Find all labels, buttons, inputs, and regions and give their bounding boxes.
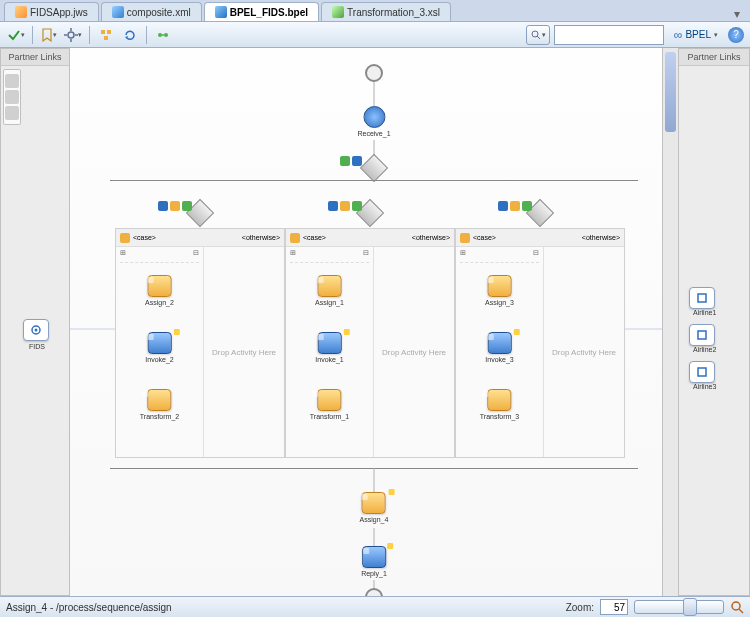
tab-transformation[interactable]: Transformation_3.xsl xyxy=(321,2,451,21)
help-button[interactable]: ? xyxy=(728,27,744,43)
refresh-button[interactable] xyxy=(120,25,140,45)
zoom-fit-icon[interactable] xyxy=(730,600,744,614)
collapse-icon[interactable]: ⊟ xyxy=(363,249,369,262)
xsl-icon xyxy=(332,6,344,18)
branch-box-2[interactable]: <case><otherwise> ⊞⊟ Assign_1 Invoke_1 T… xyxy=(285,228,455,458)
vertical-scrollbar[interactable] xyxy=(662,48,678,596)
tab-bpel-fids[interactable]: BPEL_FIDS.bpel xyxy=(204,2,319,21)
assign-activity[interactable] xyxy=(147,275,171,297)
scrollbar-thumb[interactable] xyxy=(665,52,676,132)
svg-rect-5 xyxy=(101,30,105,34)
zoom-slider[interactable] xyxy=(634,600,724,614)
status-bar: Assign_4 - /process/sequence/assign Zoom… xyxy=(0,596,750,617)
editor-tabs-bar: FIDSApp.jws composite.xml BPEL_FIDS.bpel… xyxy=(0,0,750,22)
gear-button[interactable]: ▾ xyxy=(63,25,83,45)
switch-node[interactable] xyxy=(360,154,388,182)
palette-item[interactable] xyxy=(5,74,19,88)
svg-point-19 xyxy=(732,602,740,610)
partner-link-label: FIDS xyxy=(29,343,45,350)
expand-icon[interactable] xyxy=(229,233,239,243)
partner-links-left: Partner Links FIDS xyxy=(0,48,70,596)
partner-links-right: Partner Links Airline1 Airline2 Airline3 xyxy=(678,48,750,596)
partner-link-airline3[interactable] xyxy=(689,361,715,383)
palette xyxy=(3,69,21,125)
activity-label: Transform_3 xyxy=(480,413,519,420)
svg-rect-7 xyxy=(104,36,108,40)
tab-fidsapp[interactable]: FIDSApp.jws xyxy=(4,2,99,21)
svg-point-10 xyxy=(164,33,168,37)
assign-activity[interactable] xyxy=(362,492,386,514)
bpel-canvas[interactable]: Receive_1 <case><otherwise> ⊞⊟ xyxy=(70,48,678,596)
svg-line-20 xyxy=(739,609,743,613)
activity-label: Reply_1 xyxy=(361,570,387,577)
zoom-slider-knob[interactable] xyxy=(683,598,697,616)
partner-links-header: Partner Links xyxy=(1,49,69,66)
transform-activity[interactable] xyxy=(147,389,171,411)
svg-point-0 xyxy=(68,32,74,38)
drop-zone[interactable]: Drop Activity Here xyxy=(204,247,284,457)
bpel-version-badge[interactable]: ∞BPEL▾ xyxy=(668,26,724,44)
activity-label: Invoke_1 xyxy=(315,356,343,363)
editor-main: Partner Links FIDS Receive_1 xyxy=(0,48,750,596)
svg-point-9 xyxy=(158,33,162,37)
svg-rect-18 xyxy=(698,368,706,376)
search-input[interactable] xyxy=(554,25,664,45)
tab-label: BPEL_FIDS.bpel xyxy=(230,7,308,18)
zoom-input[interactable] xyxy=(600,599,628,615)
partner-link-airline1[interactable] xyxy=(689,287,715,309)
receive-node[interactable] xyxy=(363,106,385,128)
tab-composite[interactable]: composite.xml xyxy=(101,2,202,21)
collapse-icon[interactable]: ⊟ xyxy=(193,249,199,262)
collapse-icon[interactable]: ⊟ xyxy=(533,249,539,262)
layout-button[interactable] xyxy=(96,25,116,45)
svg-rect-16 xyxy=(698,294,706,302)
activity-label: Invoke_2 xyxy=(145,356,173,363)
validate-button[interactable]: ▾ xyxy=(6,25,26,45)
activity-label: Transform_2 xyxy=(140,413,179,420)
partner-link-airline2[interactable] xyxy=(689,324,715,346)
expand-icon[interactable] xyxy=(569,233,579,243)
switch-badges xyxy=(340,156,362,166)
transform-activity[interactable] xyxy=(487,389,511,411)
branch-box-1[interactable]: <case><otherwise> ⊞⊟ Assign_2 Invoke_2 T… xyxy=(115,228,285,458)
canvas-wrap: Receive_1 <case><otherwise> ⊞⊟ xyxy=(70,48,678,596)
expand-icon[interactable] xyxy=(399,233,409,243)
end-node[interactable] xyxy=(365,588,383,596)
svg-line-13 xyxy=(537,36,540,39)
activity-label: Assign_1 xyxy=(315,299,344,306)
toolbar: ▾ ▾ ▾ ▾ ∞BPEL▾ ? xyxy=(0,22,750,48)
activity-label: Transform_1 xyxy=(310,413,349,420)
invoke-activity[interactable] xyxy=(487,332,511,354)
xml-icon xyxy=(112,6,124,18)
invoke-activity[interactable] xyxy=(317,332,341,354)
partner-link-label: Airline2 xyxy=(693,346,716,353)
reply-activity[interactable] xyxy=(362,546,386,568)
svg-point-15 xyxy=(35,329,38,332)
palette-item[interactable] xyxy=(5,106,19,120)
activity-label: Receive_1 xyxy=(357,130,390,137)
partner-link-button[interactable] xyxy=(153,25,173,45)
search-scope-select[interactable]: ▾ xyxy=(526,25,550,45)
start-node[interactable] xyxy=(365,64,383,82)
tab-label: FIDSApp.jws xyxy=(30,7,88,18)
partner-link-label: Airline3 xyxy=(693,383,716,390)
bookmark-button[interactable]: ▾ xyxy=(39,25,59,45)
assign-activity[interactable] xyxy=(487,275,511,297)
activity-label: Assign_3 xyxy=(485,299,514,306)
status-path: Assign_4 - /process/sequence/assign xyxy=(6,602,172,613)
branch-box-3[interactable]: <case><otherwise> ⊞⊟ Assign_3 Invoke_3 T… xyxy=(455,228,625,458)
activity-label: Assign_4 xyxy=(360,516,389,523)
zoom-label: Zoom: xyxy=(566,602,594,613)
partner-link-label: Airline1 xyxy=(693,309,716,316)
drop-zone[interactable]: Drop Activity Here xyxy=(374,247,454,457)
invoke-activity[interactable] xyxy=(147,332,171,354)
tabs-overflow-button[interactable]: ▾ xyxy=(730,7,744,21)
partner-link-fids[interactable] xyxy=(23,319,49,341)
transform-activity[interactable] xyxy=(317,389,341,411)
activity-label: Assign_2 xyxy=(145,299,174,306)
palette-item[interactable] xyxy=(5,90,19,104)
assign-activity[interactable] xyxy=(317,275,341,297)
drop-zone[interactable]: Drop Activity Here xyxy=(544,247,624,457)
bpel-icon xyxy=(215,6,227,18)
scope-divider xyxy=(110,180,638,181)
